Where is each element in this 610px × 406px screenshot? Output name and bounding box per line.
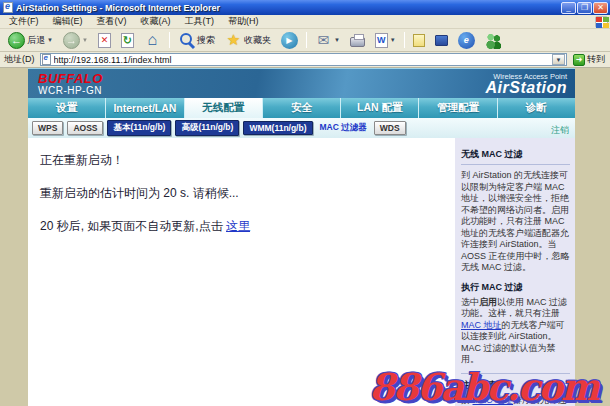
tab-安全[interactable]: 安全 bbox=[263, 98, 341, 118]
model-name: WCR-HP-GN bbox=[38, 86, 103, 96]
menu-item[interactable]: 工具(T) bbox=[178, 14, 222, 29]
sub-nav-bar: WPSAOSS基本(11n/g/b)高级(11n/g/b)WMM(11n/g/b… bbox=[28, 118, 575, 138]
sidebar-bold-text: 启用 bbox=[479, 297, 497, 307]
go-button[interactable]: ➜ 转到 bbox=[570, 53, 608, 66]
tab-LAN 配置[interactable]: LAN 配置 bbox=[341, 98, 419, 118]
back-icon bbox=[8, 32, 25, 49]
toolbar-button-label: 搜索 bbox=[197, 34, 215, 47]
stop-button[interactable] bbox=[94, 31, 115, 50]
favorites-button[interactable]: 收藏夹 bbox=[221, 30, 275, 51]
sidebar-heading: 执行 MAC 过滤 bbox=[461, 281, 570, 294]
title-bar: AirStation Settings - Microsoft Internet… bbox=[0, 0, 610, 15]
folders-icon bbox=[435, 35, 448, 46]
browser-window: AirStation Settings - Microsoft Internet… bbox=[0, 0, 610, 406]
toolbar-separator bbox=[306, 32, 307, 48]
address-dropdown-icon[interactable]: ▼ bbox=[552, 54, 565, 65]
address-label: 地址(D) bbox=[2, 53, 37, 66]
page-icon bbox=[42, 54, 51, 65]
tab-设置[interactable]: 设置 bbox=[28, 98, 106, 118]
mail-button[interactable]: ▼ bbox=[311, 30, 344, 51]
window-controls: _ ❐ ✕ bbox=[561, 2, 608, 14]
chevron-down-icon: ▼ bbox=[390, 37, 396, 43]
print-icon bbox=[350, 37, 365, 47]
maximize-button[interactable]: ❐ bbox=[577, 2, 592, 14]
go-arrow-icon: ➜ bbox=[573, 54, 585, 66]
ie-document-icon bbox=[3, 2, 13, 13]
toolbar-button-label: 收藏夹 bbox=[244, 34, 271, 47]
main-panel: 正在重新启动！ 重新启动的估计时间为 20 s. 请稍候... 20 秒后, 如… bbox=[28, 138, 455, 406]
sidebar-mac-link[interactable]: MAC 地址 bbox=[461, 320, 502, 330]
chevron-down-icon: ▼ bbox=[47, 37, 53, 43]
menu-item[interactable]: 帮助(H) bbox=[221, 14, 266, 29]
media-button[interactable] bbox=[277, 30, 302, 51]
menu-item[interactable]: 文件(F) bbox=[2, 14, 46, 29]
stop-icon bbox=[98, 33, 111, 48]
sidebar-mac-link[interactable]: MAC 地址 bbox=[473, 395, 514, 405]
tab-诊断[interactable]: 诊断 bbox=[498, 98, 575, 118]
go-label: 转到 bbox=[587, 53, 605, 66]
sidebar-paragraph: 选中启用以使用 MAC 过滤功能。这样，就只有注册 MAC 地址的无线客户端可以… bbox=[461, 297, 570, 366]
messenger-button[interactable] bbox=[454, 30, 479, 51]
messenger-icon bbox=[458, 32, 475, 49]
sidebar-paragraph: 到 AirStation 的无线连接可以限制为特定客户端 MAC 地址，以增强安… bbox=[461, 170, 570, 274]
notes-button[interactable] bbox=[409, 32, 429, 49]
print-button[interactable] bbox=[346, 31, 369, 49]
product-name: AirStation bbox=[486, 80, 567, 96]
minimize-button[interactable]: _ bbox=[561, 2, 576, 14]
edit-button[interactable]: ▼ bbox=[371, 31, 400, 50]
windows-logo-icon bbox=[595, 16, 608, 28]
refresh-hint-text: 20 秒后, 如果页面不自动更新,点击 这里 bbox=[40, 218, 443, 235]
menu-bar: 文件(F)编辑(E)查看(V)收藏(A)工具(T)帮助(H) bbox=[0, 15, 610, 29]
logout-link[interactable]: 注销 bbox=[551, 124, 569, 137]
folders-button[interactable] bbox=[431, 33, 452, 48]
tab-无线配置[interactable]: 无线配置 bbox=[185, 98, 263, 118]
menu-item[interactable]: 查看(V) bbox=[90, 14, 134, 29]
home-icon bbox=[144, 32, 161, 49]
close-button[interactable]: ✕ bbox=[593, 2, 608, 14]
subtab-WDS[interactable]: WDS bbox=[374, 121, 406, 135]
sub-tabs: WPSAOSS基本(11n/g/b)高级(11n/g/b)WMM(11n/g/b… bbox=[32, 120, 406, 136]
sidebar-heading: 无线 MAC 过滤 bbox=[461, 148, 570, 161]
sidebar-divider bbox=[461, 373, 570, 374]
brand-block: BUFFALO WCR-HP-GN bbox=[38, 72, 103, 96]
address-bar: 地址(D) http://192.168.11.1/index.html ▼ ➜… bbox=[0, 52, 610, 68]
chevron-down-icon: ▼ bbox=[82, 37, 88, 43]
home-button[interactable] bbox=[140, 30, 165, 51]
restart-status-text: 正在重新启动！ bbox=[40, 152, 443, 169]
forward-icon bbox=[63, 32, 80, 49]
refresh-hint-prefix: 20 秒后, 如果页面不自动更新,点击 bbox=[40, 219, 226, 233]
mail-icon bbox=[315, 32, 332, 49]
menu-item[interactable]: 收藏(A) bbox=[134, 14, 178, 29]
sidebar-heading: 注册列表 bbox=[461, 379, 570, 392]
address-input[interactable]: http://192.168.11.1/index.html ▼ bbox=[40, 53, 568, 66]
chevron-down-icon: ▼ bbox=[334, 37, 340, 43]
address-value[interactable]: http://192.168.11.1/index.html bbox=[54, 55, 550, 65]
content-area: 正在重新启动！ 重新启动的估计时间为 20 s. 请稍候... 20 秒后, 如… bbox=[28, 138, 575, 406]
subtab-WPS[interactable]: WPS bbox=[32, 121, 63, 135]
refresh-here-link[interactable]: 这里 bbox=[226, 219, 250, 233]
subtab-AOSS[interactable]: AOSS bbox=[67, 121, 103, 135]
toolbar-button-label: 后退 bbox=[27, 34, 45, 47]
forward-button: ▼ bbox=[59, 30, 92, 51]
back-button[interactable]: 后退▼ bbox=[4, 30, 57, 51]
tab-Internet/LAN[interactable]: Internet/LAN bbox=[106, 98, 184, 118]
subtab-WMM(11n/g/b)[interactable]: WMM(11n/g/b) bbox=[243, 121, 312, 135]
buddies-icon bbox=[485, 32, 502, 49]
window-title: AirStation Settings - Microsoft Internet… bbox=[16, 3, 561, 13]
edit-icon bbox=[375, 33, 388, 48]
subtab-高级(11n/g/b)[interactable]: 高级(11n/g/b) bbox=[175, 120, 239, 136]
buddies-button[interactable] bbox=[481, 30, 506, 51]
buffalo-header: BUFFALO WCR-HP-GN Wireless Access Point … bbox=[28, 68, 575, 98]
restart-time-text: 重新启动的估计时间为 20 s. 请稍候... bbox=[40, 185, 443, 202]
browser-viewport: BUFFALO WCR-HP-GN Wireless Access Point … bbox=[0, 68, 610, 406]
refresh-button[interactable] bbox=[117, 31, 138, 50]
sidebar-divider bbox=[461, 164, 570, 165]
menu-items: 文件(F)编辑(E)查看(V)收藏(A)工具(T)帮助(H) bbox=[2, 14, 266, 29]
subtab-MAC 过滤器[interactable]: MAC 过滤器 bbox=[317, 121, 370, 135]
menu-item[interactable]: 编辑(E) bbox=[46, 14, 90, 29]
product-block: Wireless Access Point AirStation bbox=[486, 73, 567, 97]
refresh-icon bbox=[121, 33, 134, 48]
subtab-基本(11n/g/b)[interactable]: 基本(11n/g/b) bbox=[107, 120, 171, 136]
tab-管理配置[interactable]: 管理配置 bbox=[419, 98, 497, 118]
search-button[interactable]: 搜索 bbox=[174, 30, 219, 51]
